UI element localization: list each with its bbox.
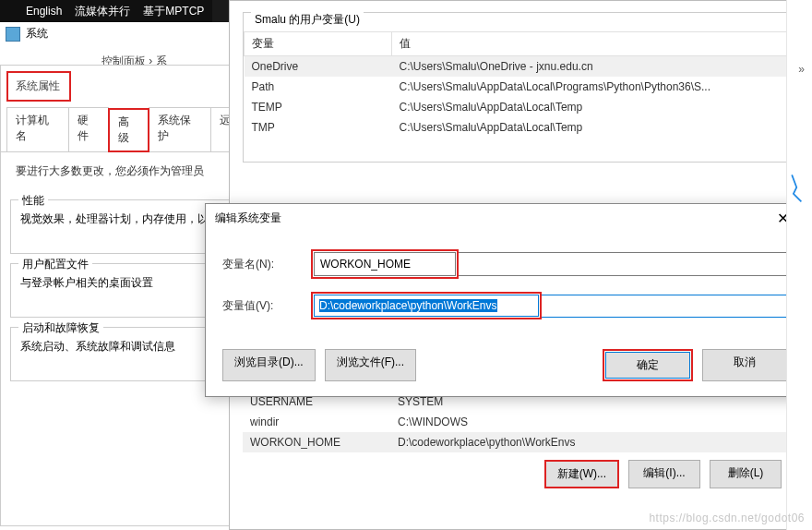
table-row[interactable]: windirC:\WINDOWS [243,412,791,432]
tab-system-protection[interactable]: 系统保护 [149,107,211,151]
group-performance: 性能 视觉效果，处理器计划，内存使用，以 [10,199,230,254]
activity-squiggle-icon [790,172,806,203]
col-variable[interactable]: 变量 [245,32,392,56]
system-vars-buttons: 新建(W)... 编辑(I)... 删除(L) [243,452,791,490]
cancel-button[interactable]: 取消 [702,349,787,381]
user-vars-title: Smalu 的用户变量(U) [251,12,364,28]
browse-file-button[interactable]: 浏览文件(F)... [325,349,416,381]
variable-value-field-ext[interactable] [540,295,787,318]
user-vars-table: 变量 值 OneDriveC:\Users\Smalu\OneDrive - j… [244,31,790,138]
computer-icon [6,27,20,42]
chevron-icon[interactable]: » [798,63,805,76]
system-window-caption: 系统 [6,26,48,42]
ok-button[interactable]: 确定 [605,352,690,379]
variable-name-field[interactable] [314,252,456,276]
tab-hardware[interactable]: 硬件 [68,107,109,151]
group-desc: 系统启动、系统故障和调试信息 [20,339,220,355]
dialog-title: 编辑系统变量 [215,211,281,226]
group-desc: 视觉效果，处理器计划，内存使用，以 [20,211,220,227]
browse-dir-button[interactable]: 浏览目录(D)... [222,349,316,381]
table-row[interactable]: WORKON_HOMED:\codeworkplace\python\WorkE… [243,432,791,452]
selected-value-text: D:\codeworkplace\python\WorkEnvs [319,299,497,312]
tab-advanced[interactable]: 高级 [108,108,150,152]
browser-tabs-bar: English 流媒体并行 基于MPTCP [0,0,212,22]
tab-computer-name[interactable]: 计算机名 [6,107,69,151]
system-label: 系统 [26,26,48,42]
edit-system-variable-dialog: 编辑系统变量 ✕ 变量名(N): 变量值(V): D:\codeworkplac… [205,203,805,397]
group-desc: 与登录帐户相关的桌面设置 [20,275,220,291]
group-title: 启动和故障恢复 [18,320,103,336]
system-properties-dialog: 系统属性 计算机名 硬件 高级 系统保护 远 要进行大多数更改，您必须作为管理员… [0,65,240,526]
col-value[interactable]: 值 [392,32,790,56]
group-user-profile: 用户配置文件 与登录帐户相关的桌面设置 [10,263,230,318]
new-button[interactable]: 新建(W)... [544,460,619,488]
variable-value-field[interactable]: D:\codeworkplace\python\WorkEnvs [314,295,539,317]
admin-note: 要进行大多数更改，您必须作为管理员 [1,152,239,190]
table-row[interactable]: TMPC:\Users\Smalu\AppData\Local\Temp [245,117,790,138]
dialog-title: 系统属性 [6,71,71,102]
edit-button[interactable]: 编辑(I)... [628,460,700,488]
variable-value-label: 变量值(V): [222,298,311,314]
table-row[interactable]: PathC:\Users\Smalu\AppData\Local\Program… [245,77,790,97]
user-variables-group: Smalu 的用户变量(U) 变量 值 OneDriveC:\Users\Sma… [243,12,791,163]
right-strip: » [786,0,812,530]
table-row[interactable]: OneDriveC:\Users\Smalu\OneDrive - jxnu.e… [245,56,790,78]
variable-name-field-ext[interactable] [457,252,787,276]
group-title: 用户配置文件 [18,257,92,272]
dialog-titlebar: 编辑系统变量 ✕ [206,204,804,233]
tab-label[interactable]: 流媒体并行 [75,4,130,19]
table-row[interactable]: TEMPC:\Users\Smalu\AppData\Local\Temp [245,97,790,117]
tab-label[interactable]: English [26,5,62,18]
variable-name-label: 变量名(N): [222,257,311,272]
watermark-text: https://blog.csdn.net/godot06 [649,512,805,524]
delete-button[interactable]: 删除(L) [710,460,782,488]
tab-label[interactable]: 基于MPTCP [143,4,204,19]
group-title: 性能 [18,193,48,209]
group-startup: 启动和故障恢复 系统启动、系统故障和调试信息 [10,327,230,381]
tabs-row: 计算机名 硬件 高级 系统保护 远 [1,107,239,152]
